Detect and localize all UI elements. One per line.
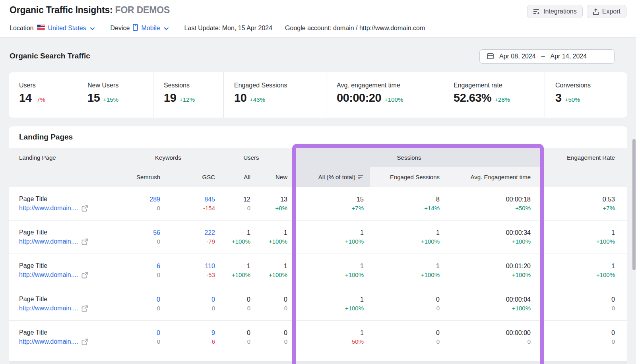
metric-delta: +12% <box>179 96 195 103</box>
page-title: Page Title <box>19 229 121 236</box>
metric-delta: +100% <box>384 96 403 103</box>
external-link-icon[interactable] <box>81 205 88 212</box>
page-url-link[interactable]: http://www.domain.... <box>19 271 78 279</box>
cell-delta: 0 <box>215 305 250 312</box>
table-header-sub-row: Semrush GSC All New All (% of total) Eng… <box>9 167 627 187</box>
page-url-link[interactable]: http://www.domain.... <box>19 205 78 212</box>
export-button[interactable]: Export <box>587 5 626 18</box>
metric-value: 14 <box>19 91 31 105</box>
cell-value[interactable]: 845 <box>160 196 215 203</box>
cell-users-new: 1+100% <box>250 263 287 278</box>
metric-label: Users <box>19 82 77 89</box>
cell-delta: 0 <box>250 305 287 312</box>
page-url-link[interactable]: http://www.domain.... <box>19 338 78 345</box>
column-header-engagement-rate[interactable]: Engagement Rate <box>531 154 627 161</box>
cell-delta: +100% <box>215 238 250 245</box>
page-url-link[interactable]: http://www.domain.... <box>19 305 78 312</box>
external-link-icon[interactable] <box>81 272 88 279</box>
cell-delta: +100% <box>250 271 287 278</box>
cell-engaged-sessions: 00 <box>364 296 440 312</box>
page-title: Page Title <box>19 329 121 336</box>
cell-value[interactable]: 110 <box>160 263 215 270</box>
cell-delta: -154 <box>160 205 215 211</box>
external-link-icon[interactable] <box>81 305 88 312</box>
sessions-all-label: All (% of total) <box>318 174 355 180</box>
cell-avg-engagement-time: 00:01:20+100% <box>440 263 531 278</box>
cell-value[interactable]: 0 <box>121 296 160 303</box>
cell-value: 0 <box>215 329 250 337</box>
cell-engaged-sessions: 8+14% <box>364 196 440 211</box>
table-header-group-row: Landing Page Keywords Users Sessions Eng… <box>9 148 627 167</box>
location-value[interactable]: United States <box>48 25 86 32</box>
cell-value[interactable]: 0 <box>121 329 160 337</box>
cell-value: 00:01:20 <box>440 263 531 270</box>
cell-engaged-sessions: 00 <box>364 329 440 345</box>
cell-engagement-rate: 00 <box>531 296 627 312</box>
cell-value: 1 <box>250 263 287 270</box>
cell-engaged-sessions: 1+100% <box>364 229 440 245</box>
cell-value[interactable]: 289 <box>121 196 160 203</box>
cell-value: 12 <box>215 196 250 203</box>
cell-avg-engagement-time: 00:00:18+50% <box>440 196 531 211</box>
column-header-users-new[interactable]: New <box>250 174 287 180</box>
cell-delta: +100% <box>440 238 531 245</box>
external-link-icon[interactable] <box>81 238 88 245</box>
cell-delta: 0 <box>531 338 615 345</box>
metric-engaged-sessions: Engaged Sessions10+43% <box>223 72 326 118</box>
google-account-text: Google account: domain / http://www.doma… <box>285 25 425 32</box>
cell-engagement-rate: 1+100% <box>531 263 627 278</box>
cell-delta: 0 <box>250 338 287 345</box>
page-title: Page Title <box>19 196 121 203</box>
cell-value[interactable]: 0 <box>160 296 215 303</box>
column-header-semrush[interactable]: Semrush <box>121 174 160 180</box>
location-filter[interactable]: Location United States <box>10 25 95 32</box>
cell-value[interactable]: 9 <box>160 329 215 337</box>
cell-value[interactable]: 6 <box>121 263 160 270</box>
cell-engagement-rate: 0.53+7% <box>531 196 627 211</box>
metric-users: Users14-7% <box>9 72 77 118</box>
cell-value: 1 <box>287 229 364 236</box>
date-range-picker[interactable]: Apr 08, 2024 – Apr 14, 2024 <box>479 49 615 64</box>
cell-value: 1 <box>287 296 364 303</box>
device-filter[interactable]: Device Mobile <box>111 24 169 33</box>
date-to: Apr 14, 2024 <box>551 53 587 60</box>
cell-value: 0 <box>250 296 287 303</box>
device-value[interactable]: Mobile <box>141 25 160 32</box>
table-row: Page Titlehttp://www.domain....60110-531… <box>9 254 627 287</box>
metric-label: Conversions <box>555 82 627 89</box>
metric-delta: +43% <box>250 96 265 103</box>
column-header-avg-engagement-time[interactable]: Avg. Engagement time <box>440 174 531 180</box>
column-header-users-all[interactable]: All <box>215 174 250 180</box>
cell-value: 0 <box>531 329 615 337</box>
column-header-engaged-sessions[interactable]: Engaged Sessions <box>364 174 440 180</box>
cell-value[interactable]: 56 <box>121 229 160 236</box>
cell-semrush-keywords: 00 <box>121 329 160 345</box>
cell-value: 00:00:04 <box>440 296 531 303</box>
cell-delta: +100% <box>287 271 364 278</box>
page-url-link[interactable]: http://www.domain.... <box>19 238 78 245</box>
page-title: Organic Traffic Insights:FOR DEMOS <box>10 5 170 15</box>
landing-page-cell: Page Titlehttp://www.domain.... <box>9 262 121 279</box>
integrations-button[interactable]: Integrations <box>527 5 583 18</box>
export-icon <box>593 8 599 15</box>
cell-users-new: 13+8% <box>250 196 287 211</box>
cell-engagement-rate: 1+100% <box>531 229 627 245</box>
cell-delta: 0 <box>364 338 440 345</box>
cell-value[interactable]: 222 <box>160 229 215 236</box>
cell-users-new: 1+100% <box>250 229 287 245</box>
metric-value: 10 <box>234 91 246 105</box>
table-row: Page Titlehttp://www.domain....009-60000… <box>9 320 627 354</box>
column-header-gsc[interactable]: GSC <box>160 174 215 180</box>
cell-value: 8 <box>364 196 440 203</box>
column-header-sessions-all[interactable]: All (% of total) <box>287 174 364 181</box>
vertical-scrollbar[interactable] <box>632 139 636 270</box>
external-link-icon[interactable] <box>81 339 88 345</box>
cell-users-new: 00 <box>250 329 287 345</box>
cell-delta: 0 <box>440 338 531 345</box>
next-row-edge <box>9 361 627 364</box>
metric-value: 00:00:20 <box>337 91 381 105</box>
cell-delta: 0 <box>121 305 160 312</box>
cell-engagement-rate: 00 <box>531 329 627 345</box>
cell-gsc-keywords: 9-6 <box>160 329 215 345</box>
cell-sessions-all-share: 1+100% <box>287 263 364 278</box>
